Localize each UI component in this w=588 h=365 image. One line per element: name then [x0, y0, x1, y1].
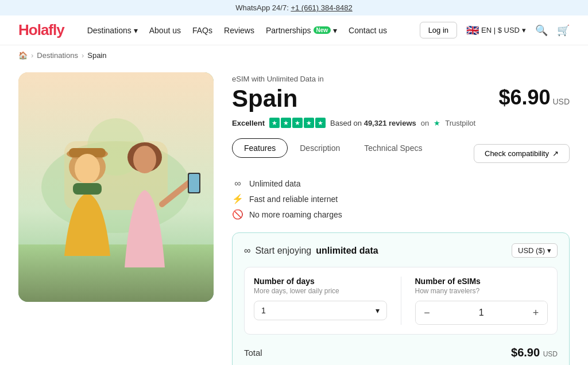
purchase-fields: Number of days More days, lower daily pr…	[244, 267, 558, 335]
days-field-label: Number of days	[254, 277, 387, 286]
increment-esim-button[interactable]: +	[524, 301, 547, 324]
esim-stepper: − 1 +	[415, 301, 548, 325]
nav-right: Log in 🇬🇧 EN | $ USD ▾ 🔍 🛒	[420, 22, 570, 38]
breadcrumb-sep1: ›	[31, 51, 33, 60]
decrement-esim-button[interactable]: −	[416, 301, 439, 324]
tab-description[interactable]: Description	[288, 138, 352, 158]
no-roaming-icon: 🚫	[232, 209, 243, 220]
total-price: $6.90 USD	[511, 346, 558, 359]
flag-icon: 🇬🇧	[466, 24, 479, 37]
trustpilot-name: Trustpilot	[445, 119, 475, 127]
features-list: ∞ Unlimited data ⚡ Fast and reliable int…	[232, 178, 570, 220]
tabs: Features Description Technical Specs	[232, 138, 434, 158]
main-content: eSIM with Unlimited Data in Spain $6.90 …	[0, 65, 588, 365]
days-select[interactable]: 1 ▾	[254, 301, 387, 320]
esim-label: eSIM with Unlimited Data in	[232, 75, 570, 83]
total-price-currency: USD	[543, 350, 558, 358]
whatsapp-label: WhatsApp 24/7:	[235, 3, 289, 12]
nav-destinations[interactable]: Destinations ▾	[87, 26, 138, 35]
nav-contact[interactable]: Contact us	[349, 26, 387, 35]
purchase-header: ∞ Start enjoying unlimited data USD ($) …	[244, 243, 558, 258]
infinity-icon: ∞	[232, 178, 243, 189]
feature-text: Unlimited data	[249, 179, 301, 188]
purchase-title-highlight: unlimited data	[316, 246, 378, 256]
lightning-icon: ⚡	[232, 193, 243, 204]
tab-technical-specs[interactable]: Technical Specs	[352, 138, 434, 158]
language-selector[interactable]: 🇬🇧 EN | $ USD ▾	[466, 24, 526, 37]
feature-no-roaming: 🚫 No more roaming charges	[232, 209, 570, 220]
price-main: $6.90	[498, 86, 550, 109]
star-4: ★	[304, 118, 314, 128]
breadcrumb-destinations[interactable]: Destinations	[37, 51, 78, 60]
total-label: Total	[244, 348, 262, 358]
feature-text: Fast and reliable internet	[249, 195, 338, 204]
nav-faqs[interactable]: FAQs	[192, 26, 212, 35]
rating-count: Based on 49,321 reviews	[330, 119, 416, 127]
price-currency: USD	[552, 97, 570, 106]
days-field-sublabel: More days, lower daily price	[254, 287, 387, 295]
price-block: $6.90 USD	[498, 86, 570, 110]
product-info: eSIM with Unlimited Data in Spain $6.90 …	[232, 72, 570, 365]
esims-field-group: Number of eSIMs How many travelers? − 1 …	[415, 277, 548, 325]
purchase-title: ∞ Start enjoying unlimited data	[244, 246, 378, 256]
breadcrumb-sep2: ›	[82, 51, 84, 60]
svg-point-11	[133, 146, 156, 173]
field-divider	[401, 277, 401, 325]
esim-value: 1	[439, 303, 525, 323]
esims-field-sublabel: How many travelers?	[415, 287, 548, 295]
breadcrumb-current: Spain	[87, 51, 106, 60]
star-2: ★	[281, 118, 291, 128]
login-button[interactable]: Log in	[420, 22, 457, 38]
review-link[interactable]: 49,321 reviews	[364, 119, 416, 127]
check-compatibility-button[interactable]: Check compatibility ↗	[474, 144, 570, 163]
feature-text: No more roaming charges	[249, 210, 342, 219]
nav: Holafly Destinations ▾ About us FAQs Rev…	[0, 15, 588, 45]
days-field-group: Number of days More days, lower daily pr…	[254, 277, 387, 325]
star-half: ★	[315, 118, 326, 128]
days-value: 1	[261, 306, 266, 315]
new-badge: New	[314, 26, 331, 34]
total-row: Total $6.90 USD	[244, 346, 558, 359]
chevron-down-icon: ▾	[333, 26, 337, 35]
trustpilot-label: on	[421, 119, 429, 127]
product-title-row: Spain $6.90 USD	[232, 86, 570, 112]
phone-link[interactable]: +1 (661) 384-8482	[291, 3, 352, 12]
stars: ★ ★ ★ ★ ★	[269, 118, 326, 128]
home-icon[interactable]: 🏠	[18, 51, 28, 60]
star-3: ★	[292, 118, 303, 128]
external-link-icon: ↗	[552, 149, 559, 158]
esims-field-label: Number of eSIMs	[415, 277, 548, 286]
check-compat-label: Check compatibility	[485, 149, 549, 158]
infinity-icon: ∞	[244, 246, 250, 256]
product-title: Spain	[232, 86, 297, 112]
nav-reviews[interactable]: Reviews	[224, 26, 254, 35]
svg-rect-9	[73, 183, 102, 195]
search-button[interactable]: 🔍	[535, 24, 548, 37]
chevron-down-icon: ▾	[134, 26, 138, 35]
logo[interactable]: Holafly	[18, 21, 64, 39]
svg-rect-4	[18, 244, 214, 302]
nav-partnerships[interactable]: Partnerships New ▾	[266, 26, 337, 35]
breadcrumb: 🏠 › Destinations › Spain	[0, 45, 588, 65]
feature-unlimited-data: ∞ Unlimited data	[232, 178, 570, 189]
tab-features[interactable]: Features	[232, 138, 288, 158]
svg-point-8	[75, 154, 100, 184]
purchase-box: ∞ Start enjoying unlimited data USD ($) …	[232, 232, 570, 365]
tabs-row: Features Description Technical Specs Che…	[232, 138, 570, 168]
cart-button[interactable]: 🛒	[557, 24, 570, 37]
trustpilot-star-icon: ★	[434, 119, 440, 127]
product-image	[18, 72, 214, 302]
top-bar: WhatsApp 24/7: +1 (661) 384-8482	[0, 0, 588, 15]
chevron-down-icon: ▾	[547, 246, 551, 255]
rating-label: Excellent	[232, 119, 265, 127]
nav-about[interactable]: About us	[149, 26, 181, 35]
feature-fast-internet: ⚡ Fast and reliable internet	[232, 193, 570, 204]
chevron-down-icon: ▾	[376, 306, 380, 315]
chevron-down-icon: ▾	[522, 26, 526, 34]
currency-selector[interactable]: USD ($) ▾	[512, 243, 558, 258]
rating-row: Excellent ★ ★ ★ ★ ★ Based on 49,321 revi…	[232, 118, 570, 128]
product-illustration	[18, 72, 214, 302]
svg-rect-14	[189, 174, 199, 192]
nav-links: Destinations ▾ About us FAQs Reviews Par…	[87, 26, 406, 35]
star-1: ★	[269, 118, 280, 128]
